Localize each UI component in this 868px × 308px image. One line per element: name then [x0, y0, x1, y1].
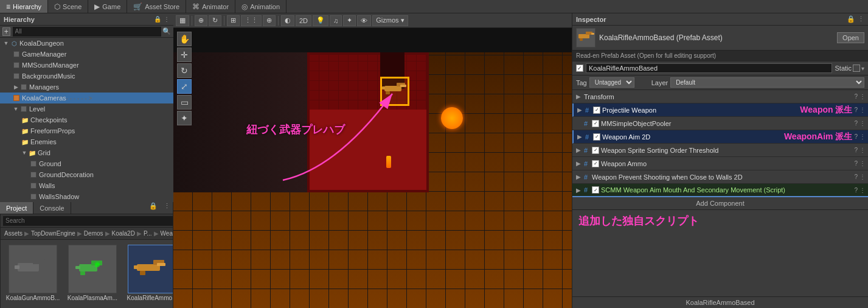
toolbar-2d-btn[interactable]: 2D: [296, 15, 311, 26]
comp-info-prevent[interactable]: ?: [854, 173, 858, 180]
scene-tool-scale[interactable]: ⤢: [177, 79, 192, 94]
hierarchy-lock-icon[interactable]: 🔒: [154, 16, 161, 23]
comp-menu-sprite[interactable]: ⋮: [859, 147, 866, 153]
comp-info-scmm[interactable]: ?: [854, 187, 858, 194]
breadcrumb-weapons[interactable]: Weapons: [161, 230, 173, 237]
object-name-field[interactable]: [586, 63, 832, 73]
comp-menu-pooler[interactable]: ⋮: [859, 120, 866, 127]
comp-check-scmm[interactable]: [592, 186, 599, 194]
component-transform[interactable]: ▶ Transform ? ⋮: [572, 90, 868, 103]
comp-info-sprite[interactable]: ?: [854, 147, 858, 153]
project-lock-icon[interactable]: 🔒: [145, 202, 161, 214]
static-checkbox[interactable]: [853, 65, 860, 72]
toolbar-local-btn[interactable]: ↻: [209, 15, 221, 26]
hierarchy-add-button[interactable]: +: [2, 27, 10, 36]
comp-menu-projectile[interactable]: ⋮: [859, 107, 866, 113]
tree-item-wallsshadow[interactable]: WallsShadow: [0, 191, 173, 202]
comp-menu-icon-transform[interactable]: ⋮: [859, 93, 866, 100]
toolbar-lights-btn[interactable]: 💡: [313, 15, 328, 26]
tree-item-backgroundmusic[interactable]: BackgroundMusic: [0, 71, 173, 82]
tree-item-ground[interactable]: Ground: [0, 158, 173, 169]
tree-item-grid[interactable]: ▼ 📁 Grid: [0, 147, 173, 158]
scene-tool-rect[interactable]: ▭: [177, 95, 192, 110]
tree-item-checkpoints[interactable]: 📁 Checkpoints: [0, 114, 173, 125]
project-menu-icon[interactable]: ⋮: [161, 202, 173, 214]
scene-tool-move[interactable]: ✛: [177, 47, 192, 62]
breadcrumb-koala2d[interactable]: Koala2D: [112, 230, 135, 237]
comp-menu-ammo[interactable]: ⋮: [859, 160, 866, 167]
tree-item-koaladungeon[interactable]: ▼ ⬡ KoalaDungeon: [0, 38, 173, 49]
comp-menu-aim[interactable]: ⋮: [859, 133, 866, 140]
add-component-button[interactable]: Add Component: [572, 197, 868, 210]
comp-check-sprite[interactable]: [592, 147, 599, 154]
object-enabled-checkbox[interactable]: [576, 65, 583, 72]
tree-item-freeformprops[interactable]: 📁 FreeformProps: [0, 125, 173, 136]
toolbar-pivot-btn[interactable]: ⊕: [195, 15, 207, 26]
hierarchy-menu-icon[interactable]: ⋮: [164, 16, 170, 23]
comp-check-projectile[interactable]: [593, 107, 600, 114]
toolbar-hidden-btn[interactable]: 👁: [357, 15, 371, 26]
tab-animation[interactable]: ◎ Animation: [235, 0, 286, 13]
tag-dropdown[interactable]: Untagged: [589, 77, 634, 88]
comp-check-pooler[interactable]: [592, 120, 599, 127]
tree-item-gamemanager[interactable]: GameManager: [0, 49, 173, 60]
component-projectile-weapon[interactable]: ▶ # Projectile Weapon Weapon 派生 ? ⋮: [572, 103, 868, 117]
component-weapon-ammo[interactable]: ▶ # Weapon Ammo ? ⋮: [572, 157, 868, 170]
breadcrumb-topdownengine[interactable]: TopDownEngine: [31, 230, 75, 237]
breadcrumb-demos[interactable]: Demos: [84, 230, 103, 237]
component-prevent-shooting[interactable]: ▶ # Weapon Prevent Shooting when Close t…: [572, 170, 868, 184]
component-sprite-sorting[interactable]: ▶ # Weapon Sprite Sorting Order Threshol…: [572, 144, 868, 157]
comp-info-aim[interactable]: ?: [854, 133, 858, 140]
tree-item-grounddecoration[interactable]: GroundDecoration: [0, 169, 173, 180]
comp-info-ammo[interactable]: ?: [854, 160, 858, 167]
tab-console[interactable]: Console: [33, 202, 71, 214]
comp-check-ammo[interactable]: [592, 160, 599, 167]
toolbar-effects-btn[interactable]: ✦: [343, 15, 356, 26]
tab-animator[interactable]: ⌘ Animator: [186, 0, 235, 13]
toolbar-grid-btn[interactable]: ⋮⋮: [241, 15, 262, 26]
component-scmm-script[interactable]: ▶ # SCMM Weapon Aim Mouth And Secondary …: [572, 184, 868, 197]
comp-check-aim[interactable]: [593, 133, 600, 141]
asset-koalaplasma[interactable]: KoalaPlasmaAm...: [65, 245, 120, 308]
toolbar-snap-btn[interactable]: ⊞: [227, 15, 240, 26]
tab-hierarchy[interactable]: ≡ Hierarchy: [0, 0, 48, 13]
hierarchy-search-input[interactable]: [13, 27, 161, 37]
annot-weapon-derivation: Weapon 派生: [800, 105, 852, 116]
project-console-tabs: Project Console 🔒 ⋮: [0, 202, 173, 214]
tab-game[interactable]: ▶ Game: [88, 0, 127, 13]
scene-tool-hand[interactable]: ✋: [177, 32, 192, 46]
asset-search-input[interactable]: [3, 216, 173, 226]
tree-item-managers[interactable]: ▶ Managers: [0, 82, 173, 93]
tree-item-mmsoundmanager[interactable]: MMSoundManager: [0, 60, 173, 71]
component-weapon-aim-2d[interactable]: ▶ # Weapon Aim 2D WeaponAim 派生 ? ⋮: [572, 130, 868, 144]
scene-tool-rotate[interactable]: ↻: [177, 63, 192, 78]
scene-tool-transform[interactable]: ✦: [177, 111, 192, 125]
comp-info-icon-transform[interactable]: ?: [854, 93, 858, 100]
tree-item-koalacameras[interactable]: KoalaCameras - - - - - - >: [0, 93, 173, 103]
comp-menu-prevent[interactable]: ⋮: [859, 173, 866, 180]
tree-item-walls[interactable]: Walls: [0, 180, 173, 191]
toolbar-audio-btn[interactable]: ♫: [330, 15, 342, 26]
toolbar-more-btn[interactable]: ⊕: [263, 15, 276, 26]
toolbar-view-btn[interactable]: ▦: [176, 15, 189, 26]
inspector-open-button[interactable]: Open: [837, 32, 864, 43]
comp-menu-scmm[interactable]: ⋮: [859, 187, 866, 194]
asset-koalagun[interactable]: KoalaGunAmmoB...: [5, 245, 60, 308]
comp-info-projectile[interactable]: ?: [854, 107, 858, 113]
static-dropdown-arrow[interactable]: ▾: [861, 65, 864, 72]
tab-asset-store[interactable]: 🛒 Asset Store: [127, 0, 186, 13]
asset-koalariffle[interactable]: KoalaRifleAmmo...: [125, 245, 173, 308]
toolbar-gizmos-btn[interactable]: Gizmos ▾: [372, 15, 408, 26]
tree-item-enemies[interactable]: 📁 Enemies: [0, 136, 173, 147]
toolbar-shading-btn[interactable]: ◐: [281, 15, 294, 26]
tab-project[interactable]: Project: [0, 202, 33, 214]
inspector-menu-icon[interactable]: ⋮: [858, 15, 864, 23]
inspector-lock-icon[interactable]: 🔒: [847, 15, 855, 23]
layer-dropdown[interactable]: Default: [670, 77, 864, 88]
comp-info-pooler[interactable]: ?: [854, 120, 858, 127]
tree-item-level[interactable]: ▼ Level: [0, 103, 173, 114]
breadcrumb-assets[interactable]: Assets: [4, 230, 23, 237]
breadcrumb-prefabs[interactable]: P...: [144, 230, 152, 237]
tab-scene[interactable]: ⬡ Scene: [48, 0, 88, 13]
component-mmsimpleobjectpooler[interactable]: # MMSimpleObjectPooler ? ⋮: [572, 117, 868, 130]
